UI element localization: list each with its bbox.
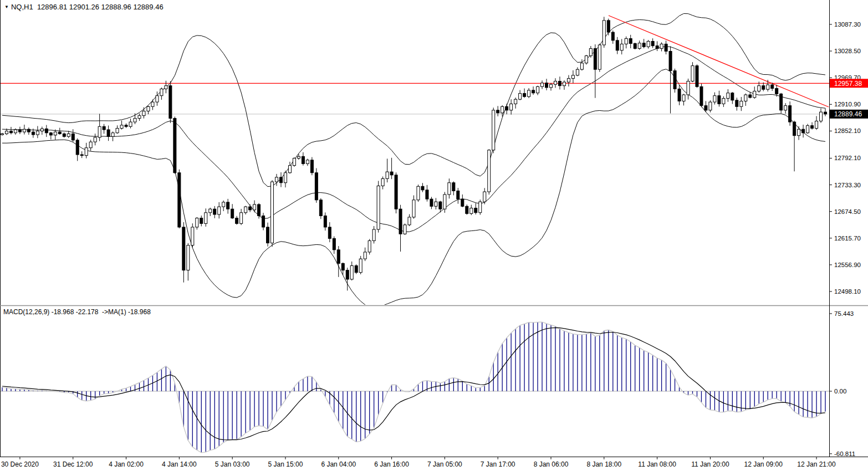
symbol-dropdown-icon[interactable]: ▼ — [4, 4, 9, 9]
axis-label: 11 Jan 08:00 — [638, 460, 676, 468]
axis-label: 12615.70 — [834, 235, 861, 242]
axis-label: 11 Jan 20:00 — [691, 460, 729, 468]
axis-label: 31 Dec 12:00 — [53, 460, 93, 468]
axis-label: 13087.30 — [834, 21, 861, 28]
axis-label: 12733.30 — [834, 182, 861, 188]
candles — [1, 17, 827, 290]
axis-label: 12889.46 — [834, 110, 862, 118]
price-pane[interactable] — [0, 14, 829, 308]
axis-label: 12556.90 — [834, 262, 861, 268]
axis-label: 7 Jan 17:00 — [481, 460, 515, 468]
axis-label: 6 Jan 16:00 — [374, 460, 409, 468]
axis-label: 8 Jan 18:00 — [586, 460, 621, 468]
axis-label: 12910.90 — [834, 101, 861, 107]
axis-label: 12 Jan 09:00 — [744, 460, 783, 468]
macd-pane[interactable] — [0, 322, 829, 453]
axis-label: 6 Jan 04:00 — [321, 460, 356, 468]
axis-label: 8 Jan 06:00 — [534, 460, 569, 468]
trend-line-object[interactable] — [609, 16, 829, 107]
macd-signal-line[interactable] — [2, 327, 825, 440]
axis-label: 75.443 — [834, 310, 854, 317]
ohlc-values: 12896.81 12901.26 12888.96 12889.46 — [37, 3, 164, 11]
axis-label: 7 Jan 05:00 — [427, 460, 462, 468]
axis-label: 4 Jan 02:00 — [109, 460, 144, 468]
axis-label: 13028.50 — [834, 48, 861, 54]
axis-label: 0.00 — [834, 388, 846, 395]
axis-label: 4 Jan 14:00 — [162, 460, 197, 468]
axis-label: 30 Dec 2020 — [1, 460, 39, 468]
chart-canvas[interactable]: 13087.3013028.5012969.7012910.9012852.10… — [0, 0, 868, 471]
axis-label: 12957.38 — [834, 80, 862, 88]
axis-label: 12852.10 — [834, 127, 861, 134]
axes: 13087.3013028.5012969.7012910.9012852.10… — [0, 0, 868, 468]
axis-label: 12 Jan 21:00 — [797, 460, 836, 468]
axis-label: 12674.50 — [834, 208, 861, 215]
macd-indicator-label: MACD(12,26,9) -18.968 -22.178 ->MA(1) -1… — [3, 308, 151, 316]
axis-label: 12792.10 — [834, 155, 861, 161]
axis-label: -60.811 — [834, 450, 855, 457]
axis-label: 5 Jan 03:00 — [215, 460, 250, 468]
symbol-timeframe-label: NQ,H1 — [11, 3, 33, 11]
axis-label: 5 Jan 15:00 — [268, 460, 303, 468]
last-price-badge: 12889.46 — [830, 110, 868, 119]
macd-axis[interactable]: 75.4430.00-60.811 — [829, 310, 855, 457]
time-axis[interactable]: 30 Dec 202031 Dec 12:004 Jan 02:004 Jan … — [1, 457, 836, 468]
chart-title: ▼NQ,H1 12896.81 12901.26 12888.96 12889.… — [4, 3, 164, 11]
price-axis[interactable]: 13087.3013028.5012969.7012910.9012852.10… — [829, 21, 861, 295]
axis-label: 12498.10 — [834, 288, 861, 295]
hline-price-badge: 12957.38 — [830, 79, 868, 88]
chart-window: 13087.3013028.5012969.7012910.9012852.10… — [0, 0, 868, 471]
